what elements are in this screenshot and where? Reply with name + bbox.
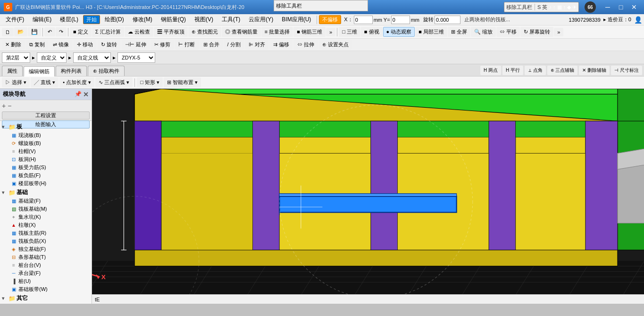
tree-item-col-hat[interactable]: ≡ 柱帽(V) <box>0 147 92 155</box>
point-extend-btn[interactable]: • 点加长度 ▾ <box>59 77 94 87</box>
two-point-btn[interactable]: H 两点 <box>480 66 501 75</box>
local3d-btn[interactable]: ■ 局部三维 <box>415 27 447 37</box>
open-btn[interactable]: 📂 <box>14 27 27 36</box>
tree-item-raft-neg[interactable]: ▦ 筏板负筋(X) <box>0 237 92 245</box>
copy-btn[interactable]: ⧉ 复制 <box>26 40 48 50</box>
menu-edit[interactable]: 编辑(E) <box>29 15 55 25</box>
mirror-btn[interactable]: ⇌ 镜像 <box>50 40 72 50</box>
tree-item-found-strip[interactable]: ▣ 基础板带(W) <box>0 285 92 293</box>
ime-up[interactable]: ↑ <box>553 4 556 10</box>
menu-file[interactable]: 文件(F) <box>2 15 28 25</box>
more2-btn[interactable]: » <box>554 28 563 36</box>
three-aux-btn[interactable]: ⊕ 三点辅轴 <box>547 66 578 75</box>
menu-apply[interactable]: 云应用(Y) <box>245 15 277 25</box>
trim-btn[interactable]: ✂ 修剪 <box>151 40 174 50</box>
save-btn[interactable]: 💾 <box>28 27 41 36</box>
three-btn[interactable]: □ 三维 <box>339 27 360 37</box>
menu-layer[interactable]: 楼层(L) <box>56 15 82 25</box>
tree-item-strip-found[interactable]: ⊟ 条形基础(T) <box>0 253 92 261</box>
menu-draw[interactable]: 绘图(D) <box>101 15 128 25</box>
close-button[interactable]: ✕ <box>628 2 640 12</box>
new-btn[interactable]: 🗋 <box>2 28 14 36</box>
ime-star[interactable]: ✈ <box>572 4 577 10</box>
sidebar-add-btn[interactable]: + <box>2 102 6 110</box>
ime-arrow[interactable]: ↑ <box>563 4 566 10</box>
dim-label-btn[interactable]: ⊣ 尺寸标注 <box>611 66 642 75</box>
tree-item-found-beam[interactable]: ▦ 基础梁(F) <box>0 197 92 205</box>
rotate-btn[interactable]: ↻ 旋转 <box>98 40 120 50</box>
more1-btn[interactable]: » <box>326 28 335 36</box>
tree-item-slab-tension[interactable]: ▦ 板受力筋(S) <box>0 163 92 171</box>
offset-btn[interactable]: ⇉ 偏移 <box>270 40 293 50</box>
sidebar-close[interactable]: ✕ <box>83 91 89 98</box>
tab-edit-rebar[interactable]: 编辑钢筋 <box>24 66 55 77</box>
batch-btn[interactable]: ≡ 批量选择 <box>261 27 293 37</box>
x-input[interactable] <box>354 16 373 24</box>
tree-item-slab-spiral[interactable]: ⟳ 螺旋板(B) <box>0 139 92 147</box>
tab-attr[interactable]: 属性 <box>2 66 23 76</box>
break-btn[interactable]: ⊢ 打断 <box>175 40 198 50</box>
linetype-select[interactable]: 自定义线 实线 虚线 <box>73 52 111 63</box>
sidebar-pin[interactable]: 📌 <box>75 91 82 98</box>
stretch-btn[interactable]: ⇔ 拉伸 <box>294 40 318 50</box>
three-arc-btn[interactable]: ∿ 三点画弧 ▾ <box>95 77 133 87</box>
extend-btn[interactable]: ⊣⊢ 延伸 <box>122 40 150 50</box>
tree-item-slab-hole[interactable]: ⊡ 板洞(H) <box>0 155 92 163</box>
viewport[interactable]: X Y Z D C 3300 80 0 A <box>92 89 644 304</box>
line-btn[interactable]: ╱ 直线 ▾ <box>31 77 59 87</box>
tree-item-pile[interactable]: ▐ 桩(U) <box>0 277 92 285</box>
tree-item-raft-main[interactable]: ▦ 筏板主筋(R) <box>0 229 92 237</box>
redo-btn[interactable]: ↷ <box>56 27 67 36</box>
tree-item-raft-found[interactable]: ▧ 筏板基础(M) <box>0 205 92 213</box>
ime-diamond[interactable]: ◆ <box>567 4 571 10</box>
tree-item-slab-stripe[interactable]: ▣ 楼层板带(H) <box>0 179 92 188</box>
tab-component[interactable]: 构件列表 <box>56 66 87 76</box>
angle-point-btn[interactable]: ⊥ 点角 <box>525 66 546 75</box>
tree-group-foundation-header[interactable]: ▾ 📁 基础 <box>0 188 92 197</box>
menu-bim[interactable]: BIM应用(U) <box>278 15 315 25</box>
rebar3d-btn[interactable]: ■ 钢筋三维 <box>293 27 326 37</box>
split-btn[interactable]: / 分割 <box>224 40 244 50</box>
sum-btn[interactable]: Σ 汇总计算 <box>92 27 124 37</box>
rect-btn[interactable]: □ 矩形 ▾ <box>137 77 163 87</box>
menu-modify[interactable]: 修改(M) <box>129 15 156 25</box>
move-btn[interactable]: ✛ 移动 <box>74 40 96 50</box>
plan-btn[interactable]: ■ 俯视 <box>361 27 383 37</box>
flat-btn[interactable]: ☰ 平齐板顶 <box>154 27 188 37</box>
sidebar-minus-btn[interactable]: − <box>8 102 11 110</box>
cloud-btn[interactable]: ☁ 云检查 <box>125 27 153 37</box>
menu-view[interactable]: 视图(V) <box>191 15 217 25</box>
tree-item-slab-dist[interactable]: ▦ 板负筋(F) <box>0 171 92 179</box>
tree-item-pile-cap[interactable]: ≡ 桩台台(V) <box>0 261 92 269</box>
tree-item-startup[interactable]: ⌑ 启承带(JD) <box>0 303 92 304</box>
tree-item-collect-pit[interactable]: ⌖ 集水坑(K) <box>0 213 92 221</box>
smart-layout-btn[interactable]: ⊞ 智能布置 ▾ <box>164 77 201 87</box>
define-btn[interactable]: ■ 定义 <box>70 27 92 37</box>
del-aux-btn[interactable]: ✕ 删除辅轴 <box>579 66 610 75</box>
parallel-btn[interactable]: H 平行 <box>502 66 523 75</box>
select-btn[interactable]: ▷ 选择 ▾ <box>2 77 30 87</box>
tree-item-slab-level[interactable]: ▦ 现浇板(B) <box>0 131 92 139</box>
tree-group-other-header[interactable]: ▾ 📁 其它 <box>0 294 92 303</box>
ime-grid[interactable]: ▦ <box>557 4 562 10</box>
menu-tools[interactable]: 工具(T) <box>218 15 244 25</box>
zoom-btn[interactable]: 🔍 缩放 <box>471 27 496 37</box>
minimize-button[interactable]: ─ <box>602 2 614 12</box>
y-input[interactable] <box>391 16 410 24</box>
view-rebar-btn[interactable]: ◎ 查看钢筋量 <box>222 27 261 37</box>
undo-btn[interactable]: ↶ <box>44 27 55 36</box>
delete-btn[interactable]: ✕ 删除 <box>2 40 25 50</box>
merge-btn[interactable]: ⊞ 合并 <box>200 40 223 50</box>
nav-project-settings[interactable]: 工程设置 <box>2 111 90 120</box>
rotate-input[interactable] <box>435 16 460 24</box>
code-select[interactable]: ZDYX-5 ZDYX-1 ZDYX-2 <box>117 52 155 63</box>
align-btn[interactable]: ⊫ 对齐 <box>245 40 268 50</box>
not-move-btn[interactable]: 不偏移 <box>319 15 341 24</box>
menu-start[interactable]: 开始 <box>83 15 100 24</box>
floor-select[interactable]: 第2层 第1层 第3层 <box>2 52 30 63</box>
design-vertex-btn[interactable]: ⊕ 设置夹点 <box>319 40 352 50</box>
maximize-button[interactable]: □ <box>615 2 627 12</box>
flat-move-btn[interactable]: ⇔ 平移 <box>496 27 520 37</box>
find-btn[interactable]: ⊕ 查找图元 <box>188 27 221 37</box>
user-icon[interactable]: 👤 <box>634 16 642 24</box>
